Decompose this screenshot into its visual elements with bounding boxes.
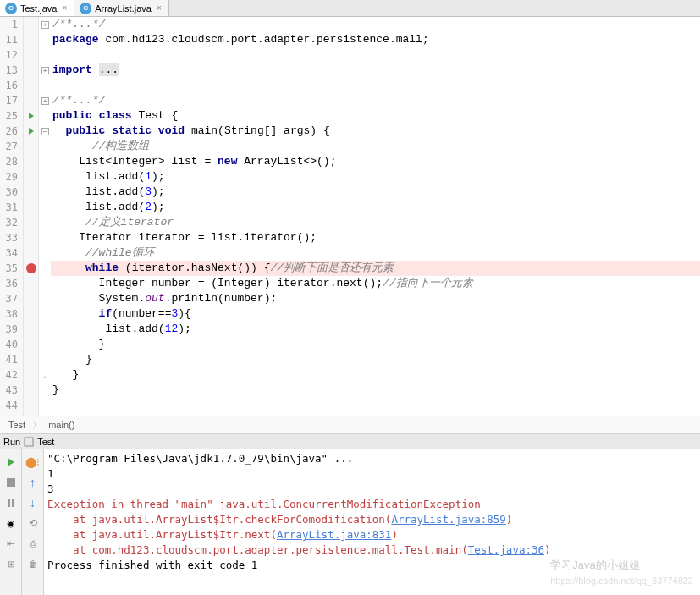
console-line: at com.hd123.cloudscm.port.adapter.persi… xyxy=(47,543,697,558)
exit-icon: ⇤ xyxy=(7,537,15,549)
line-number: 27 xyxy=(0,139,18,154)
line-number: 34 xyxy=(0,245,18,261)
tab-label: ArrayList.java xyxy=(95,3,152,14)
print-icon: ⎙ xyxy=(30,539,36,548)
marker-gutter[interactable] xyxy=(24,17,39,416)
line-number: 36 xyxy=(0,276,18,291)
up-button[interactable]: ↑ xyxy=(24,473,42,492)
camera-icon: ◉ xyxy=(7,518,15,529)
class-icon: C xyxy=(5,3,17,14)
line-number: 29 xyxy=(0,169,18,185)
pause-button[interactable] xyxy=(2,493,20,512)
runnable-icon[interactable] xyxy=(29,128,34,135)
run-config-icon xyxy=(24,437,34,447)
stacktrace-link[interactable]: ArrayList.java:859 xyxy=(391,513,505,526)
fold-icon[interactable]: + xyxy=(41,67,49,74)
console-line: at java.util.ArrayList$Itr.checkForComod… xyxy=(47,512,697,527)
tab-label: Test.java xyxy=(20,3,57,14)
fold-icon[interactable]: + xyxy=(41,97,49,105)
close-icon[interactable]: × xyxy=(155,3,163,13)
line-number: 37 xyxy=(0,291,18,306)
line-number: 25 xyxy=(0,108,18,124)
line-number: 30 xyxy=(0,185,18,200)
line-number: 13 xyxy=(0,63,18,78)
tab-arraylist-java[interactable]: C ArrayList.java × xyxy=(74,0,168,16)
line-number: 31 xyxy=(0,200,18,215)
class-icon: C xyxy=(80,3,91,14)
rerun-button[interactable] xyxy=(2,453,20,471)
fold-icon[interactable]: + xyxy=(41,21,49,29)
line-number: 17 xyxy=(0,93,18,108)
line-number: 12 xyxy=(0,47,18,63)
runnable-icon[interactable] xyxy=(29,113,34,119)
svg-rect-0 xyxy=(25,438,33,446)
fold-icon[interactable]: − xyxy=(41,128,49,135)
arrow-down-icon: ↓ xyxy=(30,496,36,510)
stop-icon xyxy=(7,478,15,487)
line-number: 26 xyxy=(0,124,18,139)
console-area: ◉ ⇤ ⊞ ⬤⁝ ↑ ↓ ⟲ ⎙ 🗑 "C:\Program Files\Jav… xyxy=(0,449,700,595)
stacktrace-link[interactable]: Test.java:36 xyxy=(468,543,544,556)
watermark: 学习Java的小姐姐 https://blog.csdn.net/qq_3377… xyxy=(550,558,693,588)
stacktrace-link[interactable]: ArrayList.java:831 xyxy=(277,528,391,541)
editor-area: 1 11 12 13 16 17 25 26 27 28 29 30 31 32… xyxy=(0,17,700,416)
dump-button[interactable]: ◉ xyxy=(2,514,20,532)
arrow-up-icon: ↑ xyxy=(30,476,36,489)
breadcrumb-class[interactable]: Test xyxy=(8,420,25,430)
step-button[interactable]: ⬤⁝ xyxy=(24,453,42,471)
fold-end-icon[interactable]: ⌟ xyxy=(43,372,47,379)
line-number: 33 xyxy=(0,230,18,245)
run-toolbar-left: ◉ ⇤ ⊞ xyxy=(0,449,22,595)
line-gutter: 1 11 12 13 16 17 25 26 27 28 29 30 31 32… xyxy=(0,17,24,416)
line-number: 32 xyxy=(0,215,18,230)
line-number: 11 xyxy=(0,32,18,47)
exit-button[interactable]: ⇤ xyxy=(2,534,20,553)
fold-gutter: + + + − ⌟ xyxy=(39,17,51,416)
play-icon xyxy=(8,458,14,466)
run-config-name[interactable]: Test xyxy=(37,437,54,447)
wrap-button[interactable]: ⟲ xyxy=(24,514,42,532)
line-number: 43 xyxy=(0,383,18,398)
down-button[interactable]: ↓ xyxy=(24,493,42,512)
close-icon[interactable]: × xyxy=(60,3,69,13)
run-tool-header: Run Test xyxy=(0,434,700,449)
console-line: 3 xyxy=(47,482,697,497)
tab-test-java[interactable]: C Test.java × xyxy=(0,0,74,16)
line-number: 28 xyxy=(0,154,18,169)
console-line: "C:\Program Files\Java\jdk1.7.0_79\bin\j… xyxy=(47,451,697,466)
clear-button[interactable]: 🗑 xyxy=(24,554,42,573)
console-line: 1 xyxy=(47,466,697,482)
run-toolbar-right: ⬤⁝ ↑ ↓ ⟲ ⎙ 🗑 xyxy=(22,449,44,595)
editor-tabs: C Test.java × C ArrayList.java × xyxy=(0,0,700,17)
line-number: 40 xyxy=(0,337,18,352)
line-number: 39 xyxy=(0,322,18,337)
line-number: 44 xyxy=(0,398,18,413)
trash-icon: 🗑 xyxy=(29,559,37,569)
line-number: 38 xyxy=(0,306,18,322)
line-number: 42 xyxy=(0,367,18,383)
line-number: 16 xyxy=(0,78,18,93)
stop-button[interactable] xyxy=(2,473,20,492)
line-number: 35 xyxy=(0,261,18,276)
console-line: Exception in thread "main" java.util.Con… xyxy=(47,497,697,512)
step-icon: ⬤⁝ xyxy=(25,456,40,468)
pause-icon xyxy=(8,499,14,507)
layout-button[interactable]: ⊞ xyxy=(2,554,20,573)
breadcrumb: Test 〉 main() xyxy=(0,416,700,434)
wrap-icon: ⟲ xyxy=(29,517,37,529)
layout-icon: ⊞ xyxy=(8,559,14,569)
line-number: 1 xyxy=(0,17,18,32)
line-number: 41 xyxy=(0,352,18,367)
console-output[interactable]: "C:\Program Files\Java\jdk1.7.0_79\bin\j… xyxy=(44,449,700,595)
run-label[interactable]: Run xyxy=(3,437,20,447)
chevron-right-icon: 〉 xyxy=(32,419,41,432)
breakpoint-icon[interactable] xyxy=(26,263,36,273)
console-line: at java.util.ArrayList$Itr.next(ArrayLis… xyxy=(47,527,697,543)
print-button[interactable]: ⎙ xyxy=(24,534,42,553)
breadcrumb-method[interactable]: main() xyxy=(48,420,74,430)
code-editor[interactable]: /**...*/ package com.hd123.cloudscm.port… xyxy=(51,17,700,416)
